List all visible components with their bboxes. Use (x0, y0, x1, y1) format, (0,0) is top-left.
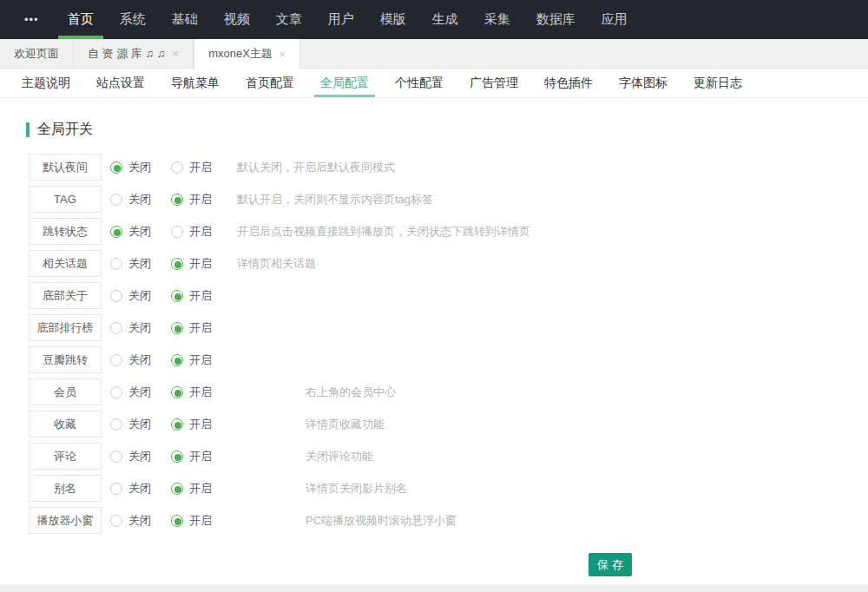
radio-on[interactable]: 开启 (171, 224, 214, 240)
top-nav-item-label: 视频 (224, 11, 250, 28)
radio-off[interactable]: 关闭 (110, 256, 153, 272)
radio-off[interactable]: 关闭 (110, 385, 153, 400)
radio-off-circle (110, 161, 122, 174)
setting-row: 底部排行榜 关闭 开启 (29, 314, 868, 341)
radio-off[interactable]: 关闭 (110, 449, 153, 464)
top-nav-item-label: 文章 (276, 11, 302, 28)
setting-row: 豆瓣跳转 关闭 开启 (29, 346, 868, 373)
top-nav-item[interactable]: 生成 (419, 0, 471, 39)
close-icon[interactable]: × (173, 48, 180, 59)
top-nav-item[interactable]: 数据库 (523, 0, 589, 39)
subnav-tab-label: 广告管理 (470, 76, 518, 91)
close-icon[interactable]: × (279, 49, 286, 60)
top-nav-item[interactable]: 基础 (159, 0, 211, 39)
save-button-row: 保存 (26, 553, 868, 576)
setting-label-box: 别名 (29, 475, 102, 502)
top-nav-item[interactable]: 用户 (315, 0, 367, 39)
top-nav-item-label: 应用 (602, 11, 628, 28)
subnav-tab-label: 站点设置 (96, 76, 145, 91)
subnav-tab[interactable]: 字体图标 (606, 69, 681, 97)
top-navbar: ••• 首页系统基础视频文章用户模版生成采集数据库应用 (0, 0, 868, 39)
subnav-tab-label: 主题说明 (22, 76, 70, 91)
radio-off[interactable]: 关闭 (110, 352, 153, 368)
subnav-tab[interactable]: 更新日志 (681, 69, 755, 97)
radio-on-circle (171, 515, 183, 527)
setting-row: 评论 关闭 开启 关闭评论功能 (29, 443, 868, 470)
radio-on-circle (171, 194, 183, 206)
window-tab[interactable]: 欢迎页面 (0, 39, 74, 68)
radio-off[interactable]: 关闭 (110, 224, 153, 240)
radio-on[interactable]: 开启 (171, 192, 214, 207)
top-nav-item[interactable]: 首页 (55, 0, 107, 39)
radio-on[interactable]: 开启 (171, 320, 214, 336)
radio-off[interactable]: 关闭 (110, 160, 153, 175)
top-nav-item-label: 采集 (484, 11, 510, 28)
top-nav-item[interactable]: 系统 (107, 0, 159, 39)
radio-on[interactable]: 开启 (171, 513, 214, 529)
top-nav-item-label: 系统 (120, 11, 146, 28)
window-tab[interactable]: 自 资 源 库 ♫ ♫ × (74, 39, 194, 68)
window-tabbar: 欢迎页面 自 资 源 库 ♫ ♫ × mxoneX主题 × (0, 39, 868, 69)
radio-on-circle (171, 451, 183, 463)
radio-on[interactable]: 开启 (171, 385, 214, 400)
radio-on-circle (171, 483, 183, 495)
radio-off-label: 关闭 (128, 513, 151, 529)
subnav-tab[interactable]: 广告管理 (457, 69, 531, 97)
subnav-tab[interactable]: 主题说明 (9, 69, 83, 97)
more-menu-icon[interactable]: ••• (24, 13, 39, 26)
setting-label-box: 收藏 (29, 411, 102, 437)
radio-off[interactable]: 关闭 (110, 417, 153, 432)
radio-off-label: 关闭 (128, 320, 151, 336)
radio-off-circle (110, 451, 122, 463)
setting-row: 别名 关闭 开启 详情页关闭影片别名 (29, 475, 868, 502)
radio-off[interactable]: 关闭 (110, 481, 153, 497)
top-nav-item[interactable]: 模版 (367, 0, 419, 39)
radio-on[interactable]: 开启 (171, 288, 214, 304)
radio-on[interactable]: 开启 (171, 256, 214, 272)
radio-on[interactable]: 开启 (171, 449, 214, 464)
radio-on-label: 开启 (189, 352, 212, 368)
setting-description: 右上角的会员中心 (306, 385, 396, 400)
radio-on-circle (171, 386, 183, 398)
top-nav-item[interactable]: 采集 (471, 0, 523, 39)
setting-description: 关闭评论功能 (306, 449, 373, 464)
window-tab-label: mxoneX主题 (208, 46, 273, 62)
setting-label-box: 播放器小窗 (29, 507, 102, 534)
subnav-tab[interactable]: 导航菜单 (158, 69, 233, 97)
setting-row: 相关话题 关闭 开启 详情页相关话题 (29, 250, 868, 277)
subnav-tab[interactable]: 全局配置 (307, 69, 382, 97)
radio-off-circle (110, 258, 122, 270)
window-tab[interactable]: mxoneX主题 × (194, 39, 300, 69)
radio-off[interactable]: 关闭 (110, 192, 153, 207)
top-nav-item-label: 生成 (432, 11, 458, 28)
setting-label-box: 默认夜间 (29, 154, 102, 181)
radio-off-label: 关闭 (128, 352, 151, 368)
bottom-scrollbar-track[interactable] (0, 585, 868, 592)
radio-on-circle (171, 226, 183, 238)
radio-on-label: 开启 (189, 192, 212, 207)
top-nav-item[interactable]: 视频 (211, 0, 263, 39)
top-nav-item-label: 用户 (328, 11, 354, 28)
subnav-tab-label: 首页配置 (246, 76, 294, 91)
radio-on-label: 开启 (189, 385, 212, 400)
radio-off[interactable]: 关闭 (110, 513, 153, 529)
radio-on[interactable]: 开启 (171, 352, 214, 368)
top-nav-item[interactable]: 文章 (263, 0, 315, 39)
subnav-tab-label: 更新日志 (694, 76, 742, 91)
radio-on[interactable]: 开启 (171, 481, 214, 497)
radio-off[interactable]: 关闭 (110, 288, 153, 304)
section-title: 全局开关 (37, 121, 93, 139)
top-nav-item[interactable]: 应用 (589, 0, 641, 39)
subnav-tab[interactable]: 特色插件 (531, 69, 606, 97)
subnav-tab[interactable]: 首页配置 (233, 69, 307, 97)
radio-off[interactable]: 关闭 (110, 320, 153, 336)
radio-on[interactable]: 开启 (171, 160, 214, 175)
radio-off-label: 关闭 (128, 288, 151, 304)
radio-on[interactable]: 开启 (171, 417, 214, 432)
subnav-tab[interactable]: 个性配置 (382, 69, 457, 97)
radio-off-label: 关闭 (128, 192, 151, 207)
radio-off-circle (110, 418, 122, 431)
save-button[interactable]: 保存 (589, 553, 632, 576)
setting-label-box: 跳转状态 (29, 218, 102, 245)
subnav-tab[interactable]: 站点设置 (83, 69, 158, 97)
